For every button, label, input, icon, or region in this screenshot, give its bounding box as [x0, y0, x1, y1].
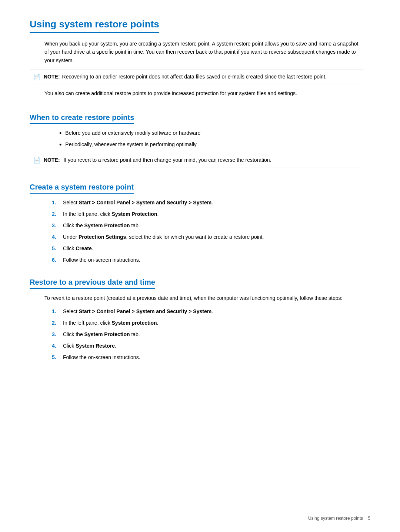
create-step-bold-1: Start > Control Panel > System and Secur…	[79, 200, 211, 205]
restore-step-text-3: Click the System Protection tab.	[63, 331, 140, 338]
restore-step-1: 1. Select Start > Control Panel > System…	[52, 308, 370, 315]
restore-step-number-3: 3.	[52, 331, 59, 338]
create-step-5: 5. Click Create.	[52, 245, 370, 252]
bullet-dot-2: •	[59, 141, 61, 149]
bullet-text-1: Before you add or extensively modify sof…	[65, 129, 200, 137]
create-step-4: 4. Under Protection Settings, select the…	[52, 233, 370, 241]
section-restore-title: Restore to a previous date and time	[30, 278, 155, 289]
restore-steps-list: 1. Select Start > Control Panel > System…	[52, 308, 370, 361]
intro-paragraph2: You also can create additional restore p…	[44, 89, 363, 97]
restore-step-4: 4. Click System Restore.	[52, 342, 370, 350]
create-step-number-6: 6.	[52, 256, 59, 264]
bullet-dot-1: •	[59, 129, 61, 138]
note-text-2: NOTE: If you revert to a restore point a…	[44, 156, 271, 164]
create-step-bold-5: Create	[76, 245, 92, 251]
create-step-number-4: 4.	[52, 233, 59, 241]
restore-step-text-1: Select Start > Control Panel > System an…	[63, 308, 213, 315]
note-label-1: NOTE:	[44, 74, 60, 80]
create-step-number-2: 2.	[52, 210, 59, 218]
restore-intro-text: To revert to a restore point (created at…	[44, 294, 363, 302]
restore-step-number-5: 5.	[52, 354, 59, 361]
note-text-1: NOTE:Recovering to an earlier restore po…	[44, 73, 327, 81]
create-step-bold-3: System Protection	[84, 222, 130, 228]
bullet-item-1: • Before you add or extensively modify s…	[59, 129, 370, 138]
create-step-number-5: 5.	[52, 245, 59, 252]
restore-step-bold-1: Start > Control Panel > System and Secur…	[79, 308, 211, 314]
create-step-number-3: 3.	[52, 222, 59, 230]
create-steps-list: 1. Select Start > Control Panel > System…	[52, 199, 370, 264]
bullet-text-2: Periodically, whenever the system is per…	[65, 141, 197, 148]
footer-page: 5	[368, 516, 370, 521]
footer-text: Using system restore points	[308, 516, 363, 521]
create-step-text-2: In the left pane, click System Protectio…	[63, 210, 159, 218]
create-step-2: 2. In the left pane, click System Protec…	[52, 210, 370, 218]
note-label-2: NOTE:	[44, 157, 60, 163]
restore-step-text-5: Follow the on-screen instructions.	[63, 354, 140, 361]
note-box-2: 📄 NOTE: If you revert to a restore point…	[30, 153, 363, 167]
page-title: Using system restore points	[30, 19, 159, 33]
when-bullet-list: • Before you add or extensively modify s…	[59, 129, 370, 150]
create-step-text-5: Click Create.	[63, 245, 93, 252]
restore-step-text-4: Click System Restore.	[63, 342, 116, 350]
bullet-item-2: • Periodically, whenever the system is p…	[59, 141, 370, 149]
restore-step-2: 2. In the left pane, click System protec…	[52, 319, 370, 327]
create-step-bold-4: Protection Settings	[79, 234, 126, 240]
restore-step-text-2: In the left pane, click System protectio…	[63, 319, 159, 327]
create-step-6: 6. Follow the on-screen instructions.	[52, 256, 370, 264]
section-when-title: When to create restore points	[30, 113, 134, 124]
create-step-text-3: Click the System Protection tab.	[63, 222, 140, 230]
intro-paragraph1: When you back up your system, you are cr…	[44, 40, 363, 64]
create-step-text-4: Under Protection Settings, select the di…	[63, 233, 264, 241]
page-footer: Using system restore points 5	[308, 516, 370, 521]
restore-step-3: 3. Click the System Protection tab.	[52, 331, 370, 338]
section-create-title: Create a system restore point	[30, 183, 134, 194]
restore-step-bold-3: System Protection	[84, 331, 130, 337]
create-step-text-6: Follow the on-screen instructions.	[63, 256, 140, 264]
create-step-bold-2: System Protection	[112, 211, 157, 217]
create-step-1: 1. Select Start > Control Panel > System…	[52, 199, 370, 207]
create-step-number-1: 1.	[52, 199, 59, 207]
create-step-text-1: Select Start > Control Panel > System an…	[63, 199, 213, 207]
create-step-3: 3. Click the System Protection tab.	[52, 222, 370, 230]
restore-step-bold-2: System protection	[112, 320, 157, 326]
restore-step-number-1: 1.	[52, 308, 59, 315]
note-icon-2: 📄	[33, 157, 41, 164]
restore-step-number-4: 4.	[52, 342, 59, 350]
note-icon-1: 📄	[33, 73, 41, 80]
restore-step-number-2: 2.	[52, 319, 59, 327]
note-box-1: 📄 NOTE:Recovering to an earlier restore …	[30, 70, 363, 84]
note2-content: If you revert to a restore point and the…	[63, 157, 271, 163]
restore-step-bold-4: System Restore	[76, 343, 115, 349]
restore-step-5: 5. Follow the on-screen instructions.	[52, 354, 370, 361]
